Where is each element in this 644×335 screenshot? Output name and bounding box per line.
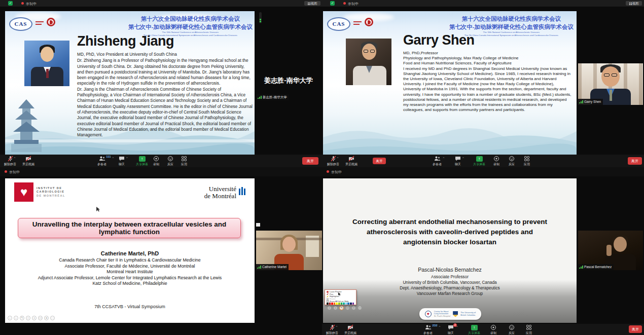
slide-sorter-button[interactable]: ▭ bbox=[38, 316, 43, 320]
share-screen-button[interactable]: ↑ 共享屏幕 bbox=[136, 156, 148, 167]
color-swatch[interactable] bbox=[343, 303, 345, 305]
chat-button[interactable]: ^ 聊天 bbox=[455, 156, 461, 167]
chevron-up-icon[interactable]: ^ bbox=[439, 326, 442, 328]
zoom-tool-button[interactable]: + bbox=[32, 316, 37, 320]
color-swatch[interactable] bbox=[350, 303, 352, 305]
participants-count: 232 bbox=[432, 324, 437, 327]
color-swatch[interactable] bbox=[341, 303, 343, 305]
apps-button[interactable]: 应用 bbox=[524, 156, 530, 167]
participants-button[interactable]: ^ 参会者 bbox=[433, 156, 442, 167]
chevron-up-icon[interactable]: ^ bbox=[462, 157, 465, 160]
bio-affiliation-1: Physiology and Pathophysiology, Max Rady… bbox=[403, 56, 573, 61]
reactions-button[interactable]: 反应 bbox=[509, 156, 515, 167]
apps-icon bbox=[526, 324, 532, 330]
record-button[interactable]: 录制 bbox=[153, 156, 159, 167]
chevron-up-icon[interactable]: ^ bbox=[456, 326, 459, 328]
share-screen-icon: ↑ bbox=[139, 156, 146, 162]
zoom-tool-button[interactable]: ○ bbox=[351, 306, 356, 310]
portrait-glasses bbox=[364, 50, 375, 53]
webcam-tie bbox=[610, 90, 612, 101]
color-swatch[interactable] bbox=[347, 303, 349, 305]
record-button[interactable]: 录制 bbox=[490, 324, 496, 335]
annotation-menu: Laser Pointer Pen Highlighter Eraser Era… bbox=[325, 289, 356, 305]
view-button[interactable]: 视图 bbox=[626, 1, 642, 6]
share-screen-button[interactable]: ↑ 共享屏幕 bbox=[468, 324, 480, 335]
menu-button[interactable]: ≡ bbox=[44, 316, 49, 320]
color-swatch[interactable] bbox=[331, 303, 333, 305]
camera-off-icon bbox=[348, 156, 354, 162]
participants-count: 111 bbox=[106, 155, 111, 158]
speaker-credentials: MD, PhD, Vice President at University of… bbox=[77, 52, 253, 57]
participants-icon bbox=[434, 156, 441, 162]
bio-paragraph-2: Dr. Jiang is the Chairman of Atheroscler… bbox=[77, 87, 253, 138]
color-swatch[interactable] bbox=[336, 303, 338, 305]
leave-button[interactable]: 离开 bbox=[302, 157, 318, 165]
video-tile-pascal-bernatchez[interactable]: Pascal Bernatchez bbox=[578, 231, 643, 270]
reactions-button[interactable]: 反应 bbox=[167, 156, 173, 167]
chevron-up-icon[interactable]: ^ bbox=[126, 157, 129, 160]
chat-button[interactable]: 2^ 聊天 bbox=[448, 324, 454, 335]
smiley-icon bbox=[509, 156, 515, 162]
participants-button[interactable]: 111^ 参会者 bbox=[97, 156, 106, 167]
leave-button[interactable]: 离开 bbox=[628, 157, 642, 165]
presenter-line: Montreal Heart Institute bbox=[5, 269, 255, 275]
laser-tool-button[interactable]: ○ bbox=[26, 316, 30, 320]
speaker-portrait-shen bbox=[346, 39, 391, 85]
presenter-line: Associate Professor, Faculté de Médecine… bbox=[5, 264, 255, 270]
chevron-up-icon[interactable]: ^ bbox=[113, 157, 115, 160]
reactions-button[interactable]: 反应 bbox=[509, 324, 515, 335]
video-nameplate: Garry Shen bbox=[578, 99, 603, 105]
society-emblem-icon bbox=[365, 18, 373, 26]
leave-button[interactable]: 离开 bbox=[629, 325, 642, 333]
more-options-button[interactable]: ⋯ bbox=[50, 316, 55, 320]
ubc-crest-icon bbox=[453, 311, 458, 317]
chevron-up-icon[interactable]: ^ bbox=[336, 326, 339, 328]
video-tile-catherine-martel[interactable]: Catherine Martel bbox=[256, 231, 322, 270]
presenter-name: Catherine Martel, PhD bbox=[5, 250, 255, 256]
color-swatch[interactable] bbox=[345, 303, 347, 305]
speaker-name: Garry Shen bbox=[403, 32, 475, 48]
encryption-shield-icon: ✓ bbox=[330, 1, 335, 6]
chat-button[interactable]: ^ 聊天 bbox=[119, 156, 125, 167]
zoom-toolbar-top-right: ^ 解除静音 开启视频 离开 ^ 参会者 ^ 聊天 ↑ 共享屏幕 录制 反应 bbox=[322, 155, 644, 168]
udem-mark-icon bbox=[238, 185, 246, 196]
leave-button-secondary[interactable]: 离开 bbox=[373, 158, 386, 164]
video-tile-garry-shen[interactable]: Garry Shen bbox=[578, 63, 643, 105]
mic-muted-icon bbox=[330, 324, 335, 330]
color-swatch[interactable] bbox=[338, 303, 340, 305]
unmute-button[interactable]: ^ 解除静音 bbox=[4, 156, 16, 167]
start-video-button[interactable]: 开启视频 bbox=[22, 156, 34, 167]
next-slide-button[interactable]: › bbox=[333, 306, 338, 310]
prev-slide-button[interactable]: ‹ bbox=[327, 306, 332, 310]
udem-logo: Université de Montréal bbox=[204, 185, 246, 200]
chevron-up-icon[interactable]: ^ bbox=[443, 157, 446, 160]
start-video-button[interactable]: 开启视频 bbox=[345, 156, 357, 167]
participants-button[interactable]: 232^ 参会者 bbox=[423, 324, 433, 335]
apps-button[interactable]: 应用 bbox=[181, 156, 187, 167]
color-swatch[interactable] bbox=[352, 303, 354, 305]
view-button[interactable]: 视图 bbox=[304, 1, 320, 6]
pen-tool-button[interactable]: ✎ bbox=[20, 316, 24, 320]
record-button[interactable]: 录制 bbox=[493, 156, 499, 167]
unmute-button[interactable]: ^ 解除静音 bbox=[326, 324, 338, 335]
tile-fragment bbox=[256, 223, 260, 227]
color-swatch[interactable] bbox=[329, 303, 331, 305]
prev-slide-button[interactable]: ‹ bbox=[8, 316, 12, 320]
slide-sorter-button[interactable]: ▭ bbox=[345, 306, 350, 310]
chevron-up-icon[interactable]: ^ bbox=[337, 157, 340, 160]
bio-paragraph: I received my MD and PhD degrees in Shan… bbox=[403, 66, 573, 113]
apps-icon bbox=[181, 156, 187, 162]
color-swatch[interactable] bbox=[327, 303, 329, 305]
audio-level-meter bbox=[259, 12, 262, 23]
share-screen-button[interactable]: ↑ 共享屏幕 bbox=[473, 156, 485, 167]
color-swatch[interactable] bbox=[334, 303, 336, 305]
next-slide-button[interactable]: › bbox=[14, 316, 18, 320]
apps-button[interactable]: 应用 bbox=[526, 324, 532, 335]
chevron-up-icon[interactable]: ^ bbox=[14, 157, 17, 160]
unmute-button[interactable]: ^ 解除静音 bbox=[327, 156, 339, 167]
menu-item-erase-all[interactable]: Erase All Ink on Slide bbox=[327, 300, 354, 303]
more-options-button[interactable]: ⋯ bbox=[357, 306, 362, 310]
icm-logo: ♥ INSTITUT DE CARDIOLOGIE DE MONTRÉAL bbox=[14, 182, 65, 202]
start-video-button[interactable]: 开启视频 bbox=[344, 324, 356, 335]
pen-tool-button-active[interactable]: ✎ bbox=[339, 306, 344, 310]
